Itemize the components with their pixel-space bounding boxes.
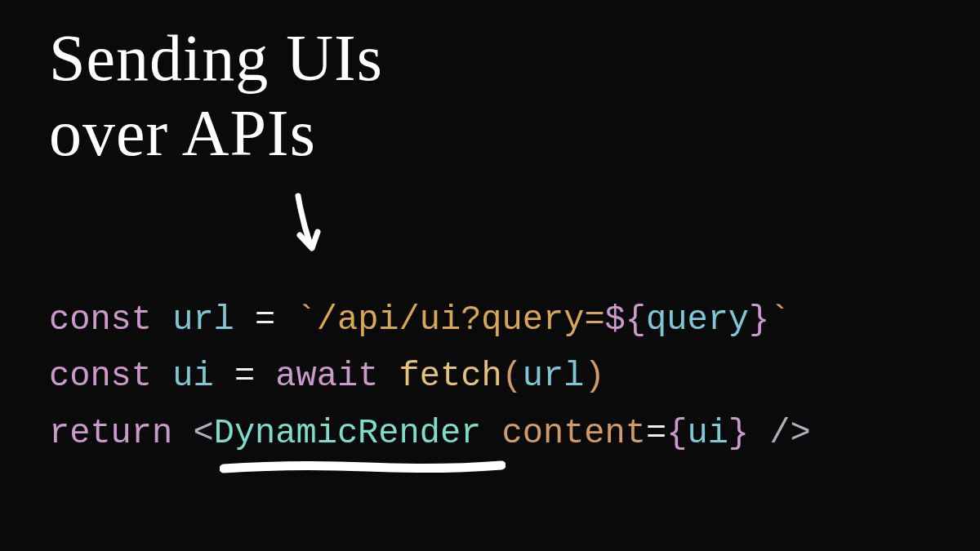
function-fetch: fetch [399, 357, 502, 396]
jsx-open: < [193, 414, 213, 453]
variable-ui: ui [172, 357, 213, 396]
operator-equals: = [255, 300, 275, 340]
string-close: ` [769, 300, 790, 340]
title-line-1: Sending UIs [49, 20, 383, 96]
code-line-3: return <DynamicRender content={ui} /> [49, 406, 811, 462]
value-ui: ui [687, 414, 728, 453]
code-snippet: const url = `/api/ui?query=${query}` con… [49, 292, 811, 462]
string-literal: `/api/ui?query= [296, 300, 605, 340]
paren-close: ) [584, 357, 604, 396]
keyword-const: const [49, 300, 152, 340]
operator-equals: = [234, 357, 255, 396]
paren-open: ( [502, 357, 523, 396]
jsx-close: /> [769, 414, 810, 453]
arg-url: url [523, 357, 585, 396]
keyword-await: await [275, 357, 378, 396]
slide-title: Sending UIs over APIs [49, 20, 383, 171]
code-line-1: const url = `/api/ui?query=${query}` [49, 292, 811, 349]
arrow-icon [282, 188, 331, 269]
attribute-content: content [502, 414, 646, 453]
brace-open: { [666, 414, 687, 453]
component-name: DynamicRender [214, 414, 482, 453]
keyword-return: return [49, 414, 172, 453]
variable-url: url [172, 300, 234, 340]
title-line-2: over APIs [49, 96, 383, 171]
brace-close: } [728, 414, 749, 453]
interp-open: ${ [605, 300, 646, 340]
keyword-const: const [49, 357, 152, 396]
underline-annotation [220, 459, 506, 483]
operator-equals: = [646, 414, 666, 453]
interp-close: } [749, 300, 769, 340]
interp-var: query [646, 300, 749, 340]
code-line-2: const ui = await fetch(url) [49, 349, 811, 405]
